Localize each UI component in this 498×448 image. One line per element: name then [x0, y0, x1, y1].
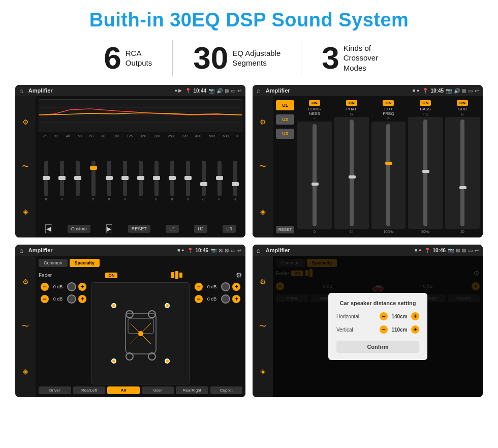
xo-slider-phat[interactable]	[334, 117, 369, 229]
home-icon-2[interactable]: ⌂	[257, 87, 261, 95]
eq-slider-thumb-12[interactable]	[232, 182, 239, 186]
eq-slider-track-0[interactable]	[44, 161, 48, 196]
xo-slider-loudness[interactable]	[297, 122, 332, 229]
eq-slider-thumb-4[interactable]	[106, 176, 113, 180]
back-icon-2[interactable]: ↩	[475, 88, 479, 94]
eq-slider-thumb-10[interactable]	[200, 182, 207, 186]
eq-slider-track-2[interactable]	[76, 161, 80, 196]
eq-custom-btn[interactable]: Custom	[68, 225, 90, 233]
home-icon-4[interactable]: ⌂	[257, 247, 261, 254]
eq-slider-track-5[interactable]	[123, 161, 127, 196]
fader-wave-icon[interactable]: 〜	[22, 322, 29, 331]
modal-vertical-val: 110cm	[390, 327, 409, 333]
eq-wave-icon[interactable]: 〜	[22, 162, 29, 171]
eq-tune-icon[interactable]: ⚙	[22, 118, 29, 126]
modal-vertical-minus[interactable]: −	[380, 325, 388, 334]
stats-row: 6 RCAOutputs 30 EQ AdjustableSegments 3 …	[15, 40, 483, 76]
eq-slider-track-3[interactable]	[91, 161, 96, 196]
xo-fader-thumb-cutfreq[interactable]	[385, 162, 392, 165]
xo-slider-cutfreq[interactable]	[371, 122, 406, 229]
eq-slider-thumb-8[interactable]	[169, 176, 176, 180]
xo-u2-btn[interactable]: U2	[276, 114, 294, 125]
eq-slider-thumb-0[interactable]	[43, 176, 50, 180]
vol-plus-left-1[interactable]: +	[78, 283, 86, 291]
xo-u1-btn[interactable]: U1	[276, 100, 294, 110]
fader-main: Common Specialty Fader ON ⚙	[36, 256, 245, 397]
xo-speaker-icon[interactable]: ◈	[260, 207, 266, 216]
modal-horizontal-minus[interactable]: −	[380, 312, 388, 320]
modal-confirm-button[interactable]: Confirm	[336, 341, 419, 353]
eq-slider-thumb-5[interactable]	[121, 176, 129, 180]
back-icon-4[interactable]: ↩	[475, 248, 479, 253]
dist-sidebar: ⚙ 〜 ◈	[253, 256, 273, 397]
xo-slider-bass[interactable]	[408, 117, 443, 229]
btn-user[interactable]: User	[142, 386, 174, 394]
eq-prev-btn[interactable]: ◀	[45, 224, 52, 233]
eq-u2-btn[interactable]: U2	[194, 225, 207, 233]
dist-speaker-icon[interactable]: ◈	[260, 367, 266, 375]
btn-copilot[interactable]: Copilot	[210, 386, 243, 394]
xo-tune-icon[interactable]: ⚙	[260, 118, 266, 126]
home-icon-1[interactable]: ⌂	[19, 87, 23, 95]
vol-minus-left-1[interactable]: −	[41, 283, 49, 291]
btn-all[interactable]: All	[107, 386, 140, 394]
fader-screen-content: ⚙ 〜 ◈ Common Specialty Fader ON	[15, 256, 245, 397]
xo-wave-icon[interactable]: 〜	[259, 162, 266, 171]
eq-play-btn[interactable]: ▶	[106, 224, 112, 233]
back-icon-1[interactable]: ↩	[237, 88, 241, 94]
eq-u3-btn[interactable]: U3	[223, 225, 236, 233]
modal-horizontal-plus[interactable]: +	[411, 312, 419, 320]
eq-slider-thumb-3[interactable]	[90, 166, 97, 170]
eq-slider-thumb-7[interactable]	[153, 176, 160, 180]
vol-minus-right-2[interactable]: −	[195, 295, 203, 303]
vol-minus-right-1[interactable]: −	[195, 283, 203, 291]
vol-plus-left-2[interactable]: +	[78, 295, 86, 303]
eq-slider-track-8[interactable]	[170, 161, 174, 196]
eq-slider-track-11[interactable]	[217, 161, 222, 196]
btn-rearright[interactable]: RearRight	[176, 386, 208, 394]
xo-fader-thumb-loudness[interactable]	[312, 183, 319, 186]
fader-speaker-icon[interactable]: ◈	[23, 367, 28, 375]
dist-wave-icon[interactable]: 〜	[259, 322, 266, 331]
page-title: Buith-in 30EQ DSP Sound System	[89, 9, 409, 31]
settings-icon-3[interactable]: ⚙	[236, 271, 242, 279]
eq-slider-thumb-6[interactable]	[137, 176, 144, 180]
xo-fader-thumb-sub[interactable]	[459, 186, 466, 189]
eq-slider-thumb-9[interactable]	[184, 176, 192, 180]
xo-reset-btn[interactable]: RESET	[276, 226, 294, 233]
xo-channel-name-cutfreq: CUTFREQ	[383, 107, 394, 116]
car-dot-bl	[111, 359, 116, 364]
xo-fader-thumb-phat[interactable]	[349, 175, 356, 178]
xo-channel-name-phat: PHAT	[346, 107, 357, 111]
vol-minus-left-2[interactable]: −	[41, 295, 49, 303]
eq-slider-track-10[interactable]	[202, 161, 206, 196]
eq-slider-thumb-1[interactable]	[58, 176, 66, 180]
eq-u1-btn[interactable]: U1	[166, 225, 179, 233]
dist-tune-icon[interactable]: ⚙	[260, 278, 266, 286]
fader-tab-specialty[interactable]: Specialty	[70, 259, 100, 267]
back-icon-3[interactable]: ↩	[237, 248, 241, 253]
btn-driver[interactable]: Driver	[39, 386, 71, 394]
eq-reset-btn[interactable]: RESET	[128, 225, 150, 233]
xo-fader-thumb-bass[interactable]	[422, 170, 429, 173]
eq-slider-track-9[interactable]	[186, 161, 190, 196]
vol-plus-right-2[interactable]: +	[232, 295, 240, 303]
vol-plus-right-1[interactable]: +	[232, 283, 240, 291]
modal-vertical-plus[interactable]: +	[411, 325, 419, 334]
eq-slider-track-6[interactable]	[139, 161, 143, 196]
eq-speaker-icon[interactable]: ◈	[23, 207, 28, 216]
eq-slider-thumb-11[interactable]	[216, 176, 223, 180]
eq-slider-track-1[interactable]	[60, 161, 64, 196]
xo-channel-name-sub: SUB	[458, 107, 466, 111]
eq-slider-val-8: 0	[171, 197, 173, 201]
eq-slider-track-4[interactable]	[107, 161, 111, 196]
xo-slider-sub[interactable]	[445, 117, 480, 229]
eq-slider-track-12[interactable]	[233, 161, 237, 196]
home-icon-3[interactable]: ⌂	[19, 247, 23, 254]
fader-tune-icon[interactable]: ⚙	[22, 278, 29, 286]
xo-u3-btn[interactable]: U3	[276, 129, 294, 139]
eq-slider-thumb-2[interactable]	[74, 176, 81, 180]
fader-tab-common[interactable]: Common	[39, 259, 68, 267]
eq-slider-track-7[interactable]	[154, 161, 159, 196]
btn-rearleft[interactable]: RearLeft	[73, 386, 106, 394]
